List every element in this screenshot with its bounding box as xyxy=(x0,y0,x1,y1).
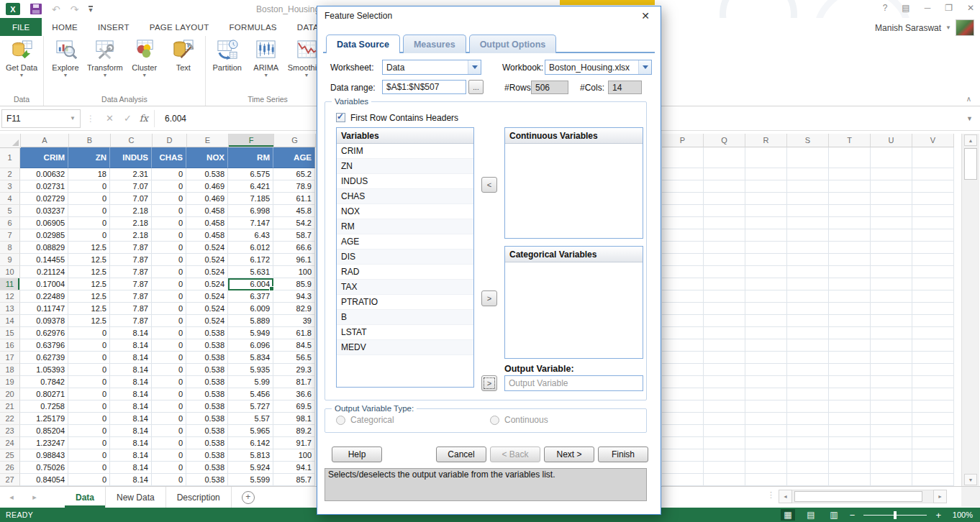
cell-e18[interactable]: 0.538 xyxy=(186,364,228,376)
cell-q1[interactable] xyxy=(704,147,745,168)
cell-r4[interactable] xyxy=(745,193,787,205)
cell-p19[interactable] xyxy=(662,376,704,388)
cell-d5[interactable]: 0 xyxy=(152,205,186,217)
cell-v26[interactable] xyxy=(912,462,954,474)
cell-t16[interactable] xyxy=(829,339,871,352)
selected-cell-outline[interactable] xyxy=(228,278,273,290)
cell-b4[interactable]: 0 xyxy=(68,193,110,205)
cancel-entry-icon[interactable]: ✕ xyxy=(106,113,114,124)
cell-t1[interactable] xyxy=(829,147,871,168)
cell-f16[interactable]: 6.096 xyxy=(228,339,273,352)
row-header-8[interactable]: 8 xyxy=(0,242,20,254)
cell-e10[interactable]: 0.524 xyxy=(186,266,228,278)
cell-p3[interactable] xyxy=(662,180,704,193)
cell-e24[interactable]: 0.538 xyxy=(186,437,228,449)
header-cell-nox[interactable]: NOX xyxy=(186,147,228,168)
variable-item-ptratio[interactable]: PTRATIO xyxy=(337,295,473,310)
cell-e6[interactable]: 0.458 xyxy=(186,217,228,229)
row-header-11[interactable]: 11 xyxy=(0,278,20,290)
select-all-corner[interactable] xyxy=(0,134,21,148)
cell-e5[interactable]: 0.458 xyxy=(186,205,228,217)
cell-d3[interactable]: 0 xyxy=(152,180,186,193)
cell-u22[interactable] xyxy=(871,413,912,425)
collapse-ribbon-icon[interactable]: ∧ xyxy=(966,95,971,103)
variable-item-zn[interactable]: ZN xyxy=(337,159,473,174)
cell-c18[interactable]: 8.14 xyxy=(110,364,152,376)
cell-u18[interactable] xyxy=(871,364,912,376)
cell-u21[interactable] xyxy=(871,400,912,413)
cell-t8[interactable] xyxy=(829,242,871,254)
cell-t14[interactable] xyxy=(829,315,871,327)
cell-r18[interactable] xyxy=(745,364,787,376)
cell-u19[interactable] xyxy=(871,376,912,388)
row-header-3[interactable]: 3 xyxy=(0,180,20,193)
cell-g21[interactable]: 69.5 xyxy=(273,400,315,413)
cell-b3[interactable]: 0 xyxy=(68,180,110,193)
cell-b10[interactable]: 12.5 xyxy=(68,266,110,278)
cell-p22[interactable] xyxy=(662,413,704,425)
cell-a25[interactable]: 0.98843 xyxy=(20,449,68,462)
row-header-14[interactable]: 14 xyxy=(0,315,20,327)
cell-f27[interactable]: 5.599 xyxy=(228,474,273,486)
cell-e3[interactable]: 0.469 xyxy=(186,180,228,193)
cell-p20[interactable] xyxy=(662,388,704,400)
scroll-left-icon[interactable]: ◄ xyxy=(779,490,792,503)
cell-p5[interactable] xyxy=(662,205,704,217)
scroll-right-icon[interactable]: ► xyxy=(933,490,947,503)
cell-b25[interactable]: 0 xyxy=(68,449,110,462)
header-cell-zn[interactable]: ZN xyxy=(68,147,110,168)
cell-d14[interactable]: 0 xyxy=(152,315,186,327)
cell-q13[interactable] xyxy=(704,303,745,315)
cell-p13[interactable] xyxy=(662,303,704,315)
cell-b5[interactable]: 0 xyxy=(68,205,110,217)
cell-q16[interactable] xyxy=(704,339,745,352)
first-row-headers-checkbox[interactable]: ✓ xyxy=(336,113,345,122)
cell-r8[interactable] xyxy=(745,242,787,254)
vertical-scroll-thumb[interactable] xyxy=(964,148,977,180)
cell-c9[interactable]: 7.87 xyxy=(110,254,152,266)
cell-q19[interactable] xyxy=(704,376,745,388)
cell-v7[interactable] xyxy=(912,229,954,242)
cell-t17[interactable] xyxy=(829,352,871,364)
cell-u23[interactable] xyxy=(871,425,912,437)
row-header-7[interactable]: 7 xyxy=(0,229,20,242)
cell-q12[interactable] xyxy=(704,290,745,303)
cell-a5[interactable]: 0.03237 xyxy=(20,205,68,217)
cell-t2[interactable] xyxy=(829,168,871,180)
cell-c4[interactable]: 7.07 xyxy=(110,193,152,205)
workbook-select[interactable]: Boston_Housing.xlsx xyxy=(545,60,652,75)
row-header-26[interactable]: 26 xyxy=(0,462,20,474)
cell-p21[interactable] xyxy=(662,400,704,413)
cell-b21[interactable]: 0 xyxy=(68,400,110,413)
cell-v11[interactable] xyxy=(912,278,954,290)
column-header-d[interactable]: D xyxy=(153,134,187,147)
cell-c26[interactable]: 8.14 xyxy=(110,462,152,474)
name-box[interactable]: F11 ▼ xyxy=(1,109,81,128)
cell-a8[interactable]: 0.08829 xyxy=(20,242,68,254)
cell-u27[interactable] xyxy=(871,474,912,486)
cell-v8[interactable] xyxy=(912,242,954,254)
cell-t15[interactable] xyxy=(829,327,871,339)
cell-a23[interactable]: 0.85204 xyxy=(20,425,68,437)
column-header-c[interactable]: C xyxy=(111,134,153,147)
cell-s1[interactable] xyxy=(787,147,829,168)
cell-c24[interactable]: 8.14 xyxy=(110,437,152,449)
cell-a2[interactable]: 0.00632 xyxy=(20,168,68,180)
cell-p6[interactable] xyxy=(662,217,704,229)
save-icon[interactable] xyxy=(30,4,42,14)
radio-option-continuous[interactable]: Continuous xyxy=(490,415,548,425)
cell-p25[interactable] xyxy=(662,449,704,462)
row-header-18[interactable]: 18 xyxy=(0,364,20,376)
cell-p9[interactable] xyxy=(662,254,704,266)
cell-b11[interactable]: 12.5 xyxy=(68,278,110,290)
cell-b20[interactable]: 0 xyxy=(68,388,110,400)
cell-r9[interactable] xyxy=(745,254,787,266)
browse-range-button[interactable]: ... xyxy=(468,80,484,94)
cell-u16[interactable] xyxy=(871,339,912,352)
cell-u6[interactable] xyxy=(871,217,912,229)
cell-a22[interactable]: 1.25179 xyxy=(20,413,68,425)
cell-v22[interactable] xyxy=(912,413,954,425)
cell-r13[interactable] xyxy=(745,303,787,315)
cell-e17[interactable]: 0.538 xyxy=(186,352,228,364)
cell-r17[interactable] xyxy=(745,352,787,364)
